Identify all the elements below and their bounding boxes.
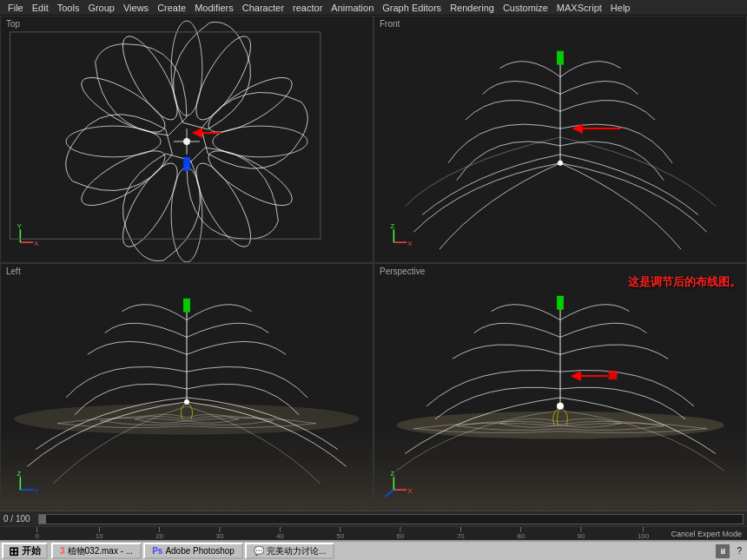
taskbar-3dsmax-label: 植物032.max - ...	[68, 545, 134, 557]
svg-rect-15	[183, 157, 190, 171]
svg-text:Y: Y	[34, 487, 39, 495]
svg-text:X: X	[34, 240, 39, 247]
ruler: 0 10 20 30 40 50 60 70 80 90 100 Cancel …	[0, 526, 747, 540]
menu-modifiers[interactable]: Modifiers	[190, 3, 238, 13]
viewport-top-label: Top	[6, 19, 20, 29]
chat-icon: 💬	[254, 546, 264, 556]
taskbar-chat[interactable]: 💬 完美动力讨论...	[245, 543, 334, 559]
expert-mode-label[interactable]: Cancel Expert Mode	[671, 530, 745, 538]
ruler-mark-60: 60	[397, 527, 405, 540]
ruler-mark-70: 70	[457, 527, 465, 540]
ruler-mark-90: 90	[578, 527, 585, 540]
timeline-thumb[interactable]	[39, 515, 46, 524]
photoshop-icon: Ps	[152, 546, 162, 556]
menu-file[interactable]: File	[3, 3, 28, 13]
menu-edit[interactable]: Edit	[28, 3, 53, 13]
svg-text:Z: Z	[390, 222, 394, 230]
svg-point-4	[202, 141, 299, 215]
taskbar-photoshop-label: Adobe Photoshop	[165, 546, 235, 556]
svg-text:X: X	[407, 240, 413, 247]
ruler-mark-80: 80	[517, 527, 525, 540]
annotation-text: 这是调节后的布线图。	[628, 274, 741, 290]
viewport-perspective-svg: X Z	[374, 264, 746, 510]
menu-animation[interactable]: Animation	[327, 3, 378, 13]
svg-rect-40	[557, 296, 564, 310]
timeline: 0 / 100	[0, 511, 747, 526]
taskbar-right: 🖥 ?	[716, 544, 745, 558]
start-label: 开始	[22, 544, 41, 557]
menu-reactor[interactable]: reactor	[288, 3, 327, 13]
viewport-top[interactable]: Top	[0, 16, 374, 263]
menu-views[interactable]: Views	[119, 3, 153, 13]
ruler-mark-10: 10	[96, 527, 103, 540]
windows-icon: ⊞	[9, 544, 19, 558]
taskbar-chat-label: 完美动力讨论...	[267, 545, 326, 557]
viewport-front[interactable]: Front	[374, 16, 747, 263]
svg-text:Y: Y	[17, 222, 22, 230]
svg-text:Z: Z	[390, 470, 394, 478]
ruler-mark-50: 50	[336, 527, 344, 540]
svg-point-10	[75, 68, 172, 142]
timeline-track[interactable]	[38, 514, 744, 524]
viewport-grid: Top	[0, 16, 747, 511]
svg-point-1	[186, 30, 261, 127]
ruler-mark-20: 20	[155, 527, 163, 540]
viewport-top-svg: X Y	[1, 16, 373, 262]
ruler-mark-40: 40	[276, 527, 284, 540]
svg-point-33	[184, 399, 189, 405]
viewport-left[interactable]: Left	[0, 263, 374, 511]
3dsmax-icon: 3	[60, 546, 65, 556]
menu-rendering[interactable]: Rendering	[446, 3, 499, 13]
menu-group[interactable]: Group	[83, 3, 119, 13]
viewport-left-svg: Y Z	[1, 264, 373, 510]
menu-tools[interactable]: Tools	[53, 3, 84, 13]
ruler-mark-0: 0	[36, 527, 39, 540]
svg-rect-23	[557, 51, 564, 65]
taskbar-3dsmax[interactable]: 3 植物032.max - ...	[51, 543, 142, 559]
start-button[interactable]: ⊞ 开始	[2, 543, 48, 559]
svg-point-43	[557, 403, 564, 410]
viewport-front-svg: X Z	[374, 16, 746, 262]
network-icon: 🖥	[716, 544, 730, 558]
ruler-marks: 0 10 20 30 40 50 60 70 80 90 100	[2, 527, 671, 540]
svg-rect-21	[10, 32, 320, 239]
ruler-mark-30: 30	[216, 527, 224, 540]
svg-rect-42	[609, 371, 618, 379]
viewport-perspective[interactable]: Perspective 这是调节后的布线图。	[374, 263, 747, 511]
menu-create[interactable]: Create	[153, 3, 190, 13]
system-clock: ?	[733, 546, 745, 556]
taskbar-photoshop[interactable]: Ps Adobe Photoshop	[143, 543, 243, 559]
taskbar: ⊞ 开始 3 植物032.max - ... Ps Adobe Photosho…	[0, 540, 747, 560]
viewport-perspective-label: Perspective	[380, 267, 425, 276]
svg-point-3	[213, 126, 307, 157]
viewport-front-label: Front	[380, 19, 400, 29]
menubar: File Edit Tools Group Views Create Modif…	[0, 0, 747, 16]
menu-maxscript[interactable]: MAXScript	[552, 3, 606, 13]
menu-graph-editors[interactable]: Graph Editors	[378, 3, 446, 13]
menu-character[interactable]: Character	[238, 3, 288, 13]
menu-customize[interactable]: Customize	[499, 3, 552, 13]
svg-text:X: X	[407, 487, 413, 495]
timeline-frame: 0 / 100	[0, 514, 35, 524]
svg-point-9	[66, 126, 161, 157]
svg-rect-32	[183, 299, 190, 313]
ruler-mark-100: 100	[638, 527, 649, 540]
viewport-left-label: Left	[6, 267, 21, 276]
menu-help[interactable]: Help	[606, 3, 635, 13]
svg-text:Z: Z	[17, 470, 21, 478]
svg-point-25	[558, 161, 563, 166]
svg-line-46	[385, 490, 393, 497]
